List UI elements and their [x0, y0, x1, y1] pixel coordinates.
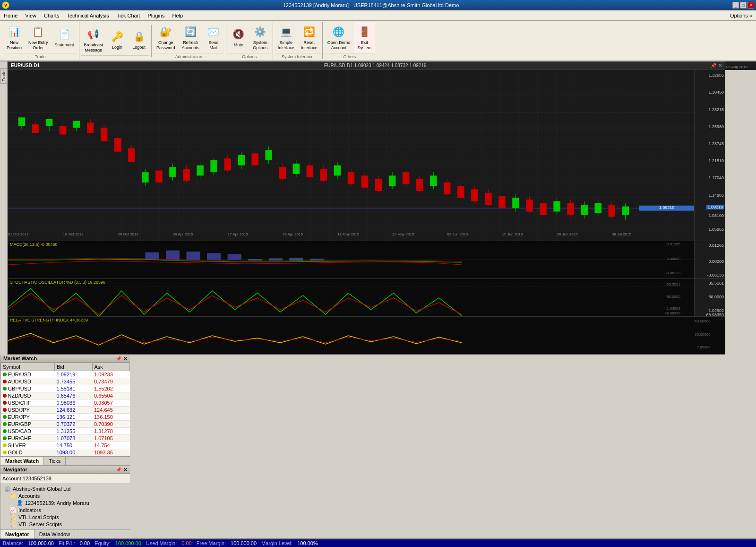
nav-item-user[interactable]: 👤 1234552139: Andriy Moraru — [2, 499, 128, 506]
price-10: 1.05865 — [708, 227, 724, 232]
mw-symbol-2: GBP/USD — [1, 385, 55, 392]
market-watch-row-2[interactable]: GBP/USD1.551811.55202 — [1, 385, 130, 392]
chart-pin-btn[interactable]: 📌 — [711, 63, 716, 68]
mw-symbol-0: EUR/USD — [1, 371, 55, 378]
chart-canvas[interactable]: 1.09219 — [8, 69, 694, 241]
candlestick-chart: 1.09219 — [8, 69, 694, 241]
nav-item-company[interactable]: 🏢 Abshire-Smith Global Ltd — [2, 485, 128, 492]
svg-rect-88 — [526, 200, 533, 211]
new-position-button[interactable]: 📊 NewPosition — [4, 22, 25, 52]
mw-symbol-9: EUR/CHF — [1, 435, 55, 442]
reset-interface-button[interactable]: 🔁 ResetInterface — [298, 22, 320, 52]
open-demo-account-button[interactable]: 🌐 Open DemoAccount — [325, 22, 353, 52]
market-watch-row-11[interactable]: GOLD1093.001093.35 — [1, 449, 130, 456]
market-watch-title: Market Watch — [3, 356, 37, 361]
market-watch-row-5[interactable]: USD/JPY124.632124.645 — [1, 407, 130, 414]
new-entry-order-button[interactable]: 📋 New EntryOrder — [26, 22, 51, 52]
chart-close-btn[interactable]: ✕ — [718, 63, 722, 68]
menu-view[interactable]: View — [21, 12, 40, 19]
chart-header: EUR/USD-D1 EUR/USD-D1 1.09023 1.09424 1.… — [8, 62, 725, 69]
nav-item-indicators[interactable]: 📈 Indicators — [2, 506, 128, 513]
side-tab-trade[interactable]: Trade — [0, 68, 7, 84]
svg-rect-16 — [32, 124, 39, 133]
nav-vtl-local-label: VTL Local Scripts — [18, 514, 59, 520]
market-watch-row-9[interactable]: EUR/CHF1.070781.07105 — [1, 435, 130, 442]
menu-tick-chart[interactable]: Tick Chart — [113, 12, 144, 19]
market-watch-row-8[interactable]: USD/CAD1.312551.31278 — [1, 428, 130, 435]
used-margin-value: 0.00 — [181, 540, 191, 546]
toolbar: 📊 NewPosition 📋 New EntryOrder 📄 Stateme… — [0, 21, 756, 61]
svg-text:7.60684: 7.60684 — [697, 345, 711, 349]
navigator-account-row: Account 1234552139 — [0, 474, 130, 483]
send-mail-button[interactable]: ✉️ SendMail — [203, 22, 224, 52]
svg-rect-26 — [101, 128, 108, 141]
exit-system-button[interactable]: 🚪 ExitSystem — [354, 22, 375, 52]
refresh-accounts-button[interactable]: 🔄 RefreshAccounts — [179, 22, 202, 52]
svg-text:08 Jul 2015: 08 Jul 2015 — [612, 232, 632, 236]
nav-accounts-label: Accounts — [18, 493, 40, 499]
toolbar-group-sysinterface: 💻 SimpleInterface 🔁 ResetInterface Syste… — [273, 22, 323, 60]
free-margin-value: 100,000.00 — [231, 540, 257, 546]
close-button[interactable]: ✕ — [747, 2, 754, 9]
mw-bid-5: 124.632 — [55, 407, 92, 414]
mw-ask-9: 1.07105 — [92, 435, 130, 442]
menu-technical-analysis[interactable]: Technical Analysis — [63, 12, 112, 19]
market-watch-row-1[interactable]: AUD/USD0.734550.73479 — [1, 378, 130, 385]
market-watch-row-3[interactable]: NZD/USD0.654760.65504 — [1, 392, 130, 399]
market-watch-pin[interactable]: 📌 — [116, 356, 121, 361]
svg-text:06 Apr 2015: 06 Apr 2015 — [172, 232, 193, 236]
menu-help[interactable]: Help — [168, 12, 187, 19]
nav-item-vtl-server[interactable]: 📜 VTL Server Scripts — [2, 521, 128, 528]
mw-tab-market-watch[interactable]: Market Watch — [0, 457, 44, 465]
nav-item-vtl-local[interactable]: 📜 VTL Local Scripts — [2, 513, 128, 521]
statement-button[interactable]: 📄 Statement — [52, 25, 77, 50]
rsi-chart: -50.00000 -30.00000 7.60684 — [8, 317, 725, 354]
svg-rect-100 — [609, 205, 616, 217]
price-5: 1.23745 — [708, 141, 724, 146]
maximize-button[interactable]: □ — [740, 2, 747, 9]
title-bar: V 1234552139 [Andriy Moraru] - USER18411… — [0, 0, 756, 10]
navigator-close[interactable]: ✕ — [123, 467, 127, 472]
broadcast-message-button[interactable]: 📢 BroadcastMessage — [81, 25, 106, 55]
mw-bid-7: 0.70372 — [55, 421, 92, 428]
side-vertical-tabs: Trade — [0, 61, 8, 355]
system-options-button[interactable]: ⚙️ SystemOptions — [250, 22, 271, 52]
navigator-account-label: Account 1234552139 — [2, 476, 52, 481]
mute-button[interactable]: 🔇 Mute — [228, 25, 249, 50]
market-watch-row-7[interactable]: EUR/GBP0.703720.70390 — [1, 421, 130, 428]
market-watch-controls: 📌 ✕ — [116, 356, 127, 361]
exit-system-icon: 🚪 — [357, 24, 372, 39]
svg-text:-30.00000: -30.00000 — [694, 332, 711, 337]
svg-text:80.0000: 80.0000 — [667, 295, 680, 299]
chart-controls: 📌 ✕ — [711, 63, 722, 68]
mw-tab-ticks[interactable]: Ticks — [44, 457, 66, 465]
menu-plugins[interactable]: Plugins — [144, 12, 168, 19]
minimize-button[interactable]: _ — [732, 2, 739, 9]
logout-button[interactable]: 🔒 Logout — [129, 27, 149, 52]
login-button[interactable]: 🔑 Login — [107, 27, 128, 52]
simple-interface-button[interactable]: 💻 SimpleInterface — [275, 22, 297, 52]
menu-options[interactable]: Options » — [726, 12, 756, 19]
svg-rect-121 — [228, 254, 241, 260]
nav-item-accounts[interactable]: 📁 Accounts — [2, 492, 128, 499]
mw-ask-2: 1.55202 — [92, 385, 130, 392]
new-entry-order-icon: 📋 — [31, 24, 46, 39]
market-watch-row-4[interactable]: USD/CHF0.980360.98057 — [1, 399, 130, 407]
new-entry-order-label: New EntryOrder — [28, 40, 48, 51]
mw-bid-8: 1.31255 — [55, 428, 92, 435]
market-watch-row-0[interactable]: EUR/USD1.092191.09233 — [1, 371, 130, 378]
change-password-label: ChangePassword — [156, 40, 175, 51]
market-watch-row-10[interactable]: SILVER14.75014.754 — [1, 442, 130, 449]
nav-tab-navigator[interactable]: Navigator — [0, 530, 34, 538]
navigator-pin[interactable]: 📌 — [116, 467, 121, 472]
menu-home[interactable]: Home — [0, 12, 21, 19]
logout-icon: 🔒 — [131, 29, 146, 44]
chart-and-sidetab: Trade EUR/USD-D1 EUR/USD-D1 1.09023 1.09… — [0, 61, 756, 355]
change-password-button[interactable]: 🔐 ChangePassword — [154, 22, 178, 52]
market-watch-close[interactable]: ✕ — [123, 356, 127, 361]
menu-charts[interactable]: Charts — [40, 12, 63, 19]
nav-tab-data-window[interactable]: Data Window — [34, 530, 75, 538]
market-watch-row-6[interactable]: EUR/JPY136.121136.150 — [1, 414, 130, 421]
mw-symbol-4: USD/CHF — [1, 399, 55, 407]
free-margin-label: Free Margin: — [197, 540, 226, 546]
